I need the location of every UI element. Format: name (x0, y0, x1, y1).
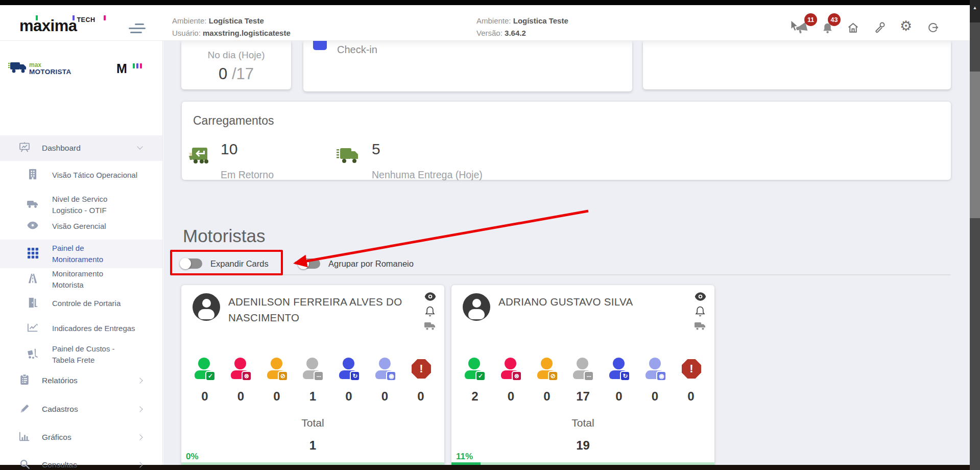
brand-name: maxima (19, 17, 77, 35)
person-blocked-icon: ⊘ (267, 358, 288, 381)
chevron-down-icon (137, 144, 142, 149)
home-icon[interactable] (847, 21, 859, 36)
chevron-right-icon (137, 462, 142, 467)
pencil-icon (18, 403, 31, 416)
driver-name: ADENILSON FERREIRA ALVES DO NASCIMENTO (228, 294, 406, 325)
truck-icon[interactable] (424, 321, 436, 333)
sidebar-item-controle-portaria[interactable]: Controle de Portaria (0, 294, 162, 313)
building-icon (27, 169, 39, 182)
sidebar-item-label: Visão Gerencial (52, 221, 148, 232)
card-checkin: Check-in (303, 41, 632, 91)
person-cancel-icon: ⊗ (501, 358, 521, 381)
carreg-value: 5 (372, 140, 380, 158)
view-eye-icon[interactable] (424, 292, 436, 303)
logo-prefix: max (29, 62, 41, 68)
maxima-tech-logo: maximaTECH (19, 16, 106, 39)
truck-return-icon (188, 146, 211, 167)
logo-accent-pink (104, 15, 106, 20)
sidebar-item-label: Nivel de Servico (52, 195, 107, 203)
person-cancel-icon: ⊗ (231, 358, 251, 381)
sidebar-group-relatorios[interactable]: Relatórios (0, 371, 162, 390)
sidebar: max MOTORISTA M Dashboard Visão Tático O… (0, 41, 163, 465)
sidebar-item-visao-gerencial[interactable]: Visão Gerencial (0, 217, 162, 236)
notifications-badge[interactable]: 43 (828, 13, 841, 26)
progress-percent: 0% (186, 452, 199, 462)
person-pending-icon: ••• (573, 358, 593, 381)
sidebar-group-consultas[interactable]: Consultas (0, 455, 162, 470)
alert-bell-icon[interactable] (425, 306, 435, 319)
env-value: Logística Teste (513, 16, 568, 25)
sidebar-item-dashboard[interactable]: Dashboard (0, 135, 162, 161)
grid-icon (27, 248, 39, 261)
chevron-right-icon (137, 434, 142, 440)
today-value: 0 (219, 65, 227, 83)
env-value: Logística Teste (209, 16, 264, 25)
sidebar-item-indicadores-entregas[interactable]: Indicadores de Entregas (0, 319, 162, 338)
alert-bell-icon[interactable] (695, 306, 705, 319)
logout-icon[interactable] (927, 21, 939, 36)
bar-chart-icon (18, 431, 31, 443)
toggle-agrupar-romaneio[interactable]: Agrupar por Romaneio (298, 257, 414, 270)
driver-name: ADRIANO GUSTAVO SILVA (498, 294, 676, 310)
header: maximaTECH Ambiente: Logística Teste Usu… (0, 5, 970, 41)
sidebar-group-cadastros[interactable]: Cadastros (0, 400, 162, 419)
chevron-right-icon (137, 406, 142, 412)
environment-info-right: Ambiente: Logística Teste Versão: 3.64.2 (476, 15, 568, 39)
top-edge-strip (0, 0, 970, 5)
sidebar-item-visao-tatico[interactable]: Visão Tático Operacional (0, 166, 162, 185)
carreg-label: Nenhuma Entrega (Hoje) (372, 169, 483, 181)
sidebar-group-graficos[interactable]: Gráficos (0, 428, 162, 447)
toggle-label: Agrupar por Romaneio (328, 259, 414, 269)
alert-octagon-icon: ! (682, 359, 701, 379)
settings-gear-icon[interactable]: ⚙ (900, 19, 912, 33)
avatar (463, 293, 490, 321)
max-motorista-logo: max MOTORISTA M (0, 56, 163, 82)
environment-info-left: Ambiente: Logística Teste Usuário: maxst… (172, 15, 291, 39)
toggle-switch[interactable] (180, 258, 202, 269)
view-eye-icon[interactable] (695, 292, 706, 303)
person-pending-icon: ••• (303, 358, 323, 381)
card-carregamentos: Carregamentos 10 Em Retorno 5 Nenhuma En… (182, 102, 951, 180)
sidebar-item-otif[interactable]: Nivel de ServicoLogistico - OTIF (0, 189, 162, 221)
section-title-motoristas: Motoristas (183, 226, 265, 246)
driver-status-counts: 0001000 (195, 389, 431, 404)
mini-logo-bars (133, 63, 142, 68)
mini-logo: M (116, 61, 127, 76)
vertical-scrollbar[interactable]: ▲ (970, 0, 980, 470)
total-label: Total (451, 417, 714, 429)
tools-wrench-icon[interactable] (874, 21, 887, 36)
clipboard-icon (18, 374, 31, 387)
chart-line-icon (27, 322, 39, 335)
sidebar-item-painel-monitoramento[interactable]: Painel deMonitoramento (0, 240, 162, 268)
announcements-badge[interactable]: 11 (804, 13, 817, 26)
alert-octagon-icon: ! (412, 359, 431, 379)
env-label: Ambiente: (172, 16, 207, 25)
sidebar-item-label: Painel de (52, 244, 84, 252)
road-icon (27, 273, 39, 286)
dashboard-easel-icon (18, 141, 31, 155)
card-title: Carregamentos (193, 114, 274, 128)
driver-card[interactable]: ADRIANO GUSTAVO SILVA ✓ ⊗ ⊘ ••• ↻ ◉ ! 20… (451, 285, 714, 466)
driver-card[interactable]: ADENILSON FERREIRA ALVES DO NASCIMENTO ✓… (181, 285, 444, 466)
sidebar-item-label: Monitoramento (52, 269, 103, 278)
section-divider (182, 274, 950, 275)
user-label: Usuário: (172, 29, 201, 37)
truck-icon[interactable] (694, 321, 706, 333)
scrollbar-thumb[interactable] (970, 72, 980, 218)
version-value: 3.64.2 (505, 29, 526, 37)
toggle-switch[interactable] (298, 258, 320, 269)
sidebar-item-label: Cadastros (42, 404, 138, 415)
person-location-icon: ◉ (646, 358, 666, 381)
sidebar-item-label: Gráficos (42, 432, 138, 443)
menu-toggle-icon[interactable] (129, 24, 146, 35)
person-location-icon: ◉ (375, 358, 396, 381)
sidebar-item-monitoramento-motorista[interactable]: MonitoramentoMotorista (0, 266, 162, 293)
logo-accent-green (36, 15, 38, 20)
hand-truck-icon (27, 348, 39, 361)
carreg-label: Em Retorno (221, 169, 274, 181)
env-label: Ambiente: (476, 16, 511, 25)
card-empty (643, 41, 951, 89)
toggle-expandir-cards[interactable]: Expandir Cards (180, 257, 269, 270)
sidebar-item-painel-custos[interactable]: Painel de Custos -Tabela Frete (0, 340, 162, 369)
scroll-up-arrow[interactable]: ▲ (970, 0, 980, 22)
